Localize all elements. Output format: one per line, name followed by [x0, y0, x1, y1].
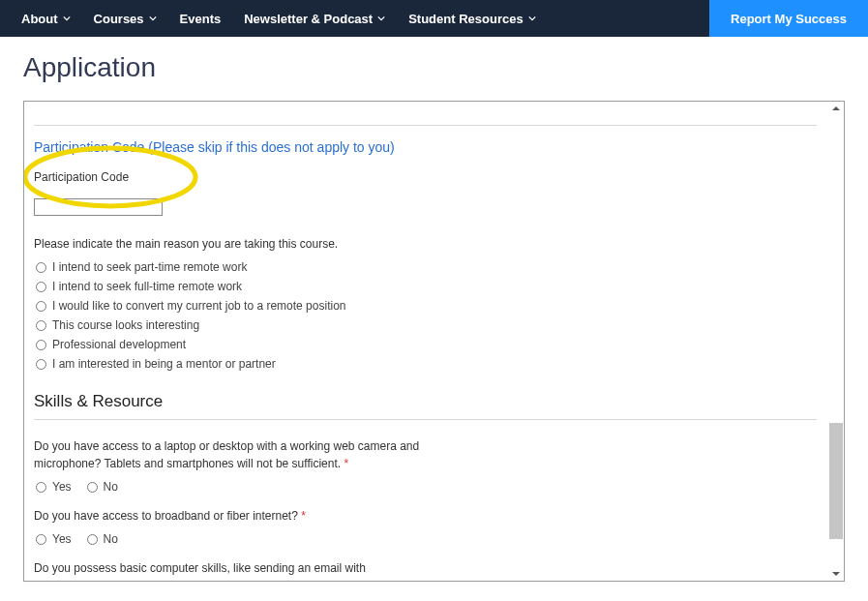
nav-label: Courses: [94, 12, 144, 26]
scroll-thumb[interactable]: [829, 423, 843, 539]
radio-input[interactable]: [36, 301, 46, 312]
radio-input[interactable]: [36, 534, 46, 545]
participation-code-input[interactable]: [34, 198, 163, 216]
internet-question: Do you have access to broadband or fiber…: [34, 507, 431, 525]
scroll-up-arrow-icon[interactable]: [829, 102, 843, 115]
divider: [34, 125, 817, 126]
chevron-down-icon: [149, 15, 157, 22]
radio-input[interactable]: [36, 320, 46, 331]
internet-answers: Yes No: [36, 532, 817, 546]
top-navbar: About Courses Events Newsletter & Podcas…: [0, 0, 868, 37]
radio-input[interactable]: [87, 482, 98, 493]
divider: [34, 419, 817, 420]
nav-about[interactable]: About: [21, 12, 71, 26]
nav-spacer: [536, 0, 709, 37]
no-option[interactable]: No: [87, 480, 118, 494]
nav-label: Events: [180, 12, 222, 26]
reason-option[interactable]: Professional development: [36, 338, 817, 351]
form-inner: Participation Code (Please skip if this …: [24, 102, 844, 582]
page-title: Application: [0, 37, 868, 101]
reason-option[interactable]: I would like to convert my current job t…: [36, 299, 817, 313]
option-label: This course looks interesting: [52, 318, 199, 332]
option-label: Yes: [52, 532, 72, 546]
chevron-down-icon: [63, 15, 71, 22]
reason-question: Please indicate the main reason you are …: [34, 237, 817, 251]
nav-courses[interactable]: Courses: [94, 12, 157, 26]
report-success-button[interactable]: Report My Success: [709, 0, 868, 37]
required-mark: *: [344, 457, 348, 470]
participation-code-label: Participation Code: [34, 170, 817, 184]
nav-left: About Courses Events Newsletter & Podcas…: [0, 0, 536, 37]
option-label: I am interested in being a mentor or par…: [52, 357, 276, 371]
laptop-question: Do you have access to a laptop or deskto…: [34, 437, 431, 472]
nav-newsletter[interactable]: Newsletter & Podcast: [244, 12, 385, 26]
question-text: Do you possess basic computer skills, li…: [34, 561, 366, 582]
radio-input[interactable]: [36, 262, 46, 273]
reason-option[interactable]: I am interested in being a mentor or par…: [36, 357, 817, 371]
scroll-down-arrow-icon[interactable]: [829, 567, 843, 581]
question-text: Do you have access to broadband or fiber…: [34, 509, 298, 523]
option-label: I intend to seek full-time remote work: [52, 280, 242, 293]
option-label: No: [104, 480, 118, 494]
option-label: I would like to convert my current job t…: [52, 299, 345, 313]
report-label: Report My Success: [731, 12, 847, 26]
form-frame-wrap: Participation Code (Please skip if this …: [23, 101, 845, 582]
nav-student-resources[interactable]: Student Resources: [408, 12, 535, 26]
radio-input[interactable]: [36, 340, 46, 350]
chevron-down-icon: [377, 15, 385, 22]
radio-input[interactable]: [36, 482, 46, 493]
nav-label: Newsletter & Podcast: [244, 12, 373, 26]
reason-option[interactable]: This course looks interesting: [36, 318, 817, 332]
reason-options: I intend to seek part-time remote work I…: [34, 260, 817, 371]
option-label: I intend to seek part-time remote work: [52, 260, 247, 274]
question-text: Do you have access to a laptop or deskto…: [34, 439, 419, 470]
participation-code-section-link[interactable]: Participation Code (Please skip if this …: [34, 139, 817, 155]
option-label: Professional development: [52, 338, 186, 351]
nav-label: Student Resources: [408, 12, 523, 26]
laptop-answers: Yes No: [36, 480, 817, 494]
form-frame: Participation Code (Please skip if this …: [23, 101, 845, 582]
nav-label: About: [21, 12, 58, 26]
reason-option[interactable]: I intend to seek part-time remote work: [36, 260, 817, 274]
required-mark: *: [301, 509, 306, 523]
radio-input[interactable]: [87, 534, 98, 545]
reason-option[interactable]: I intend to seek full-time remote work: [36, 280, 817, 293]
skills-heading: Skills & Resource: [34, 392, 817, 411]
yes-option[interactable]: Yes: [36, 532, 72, 546]
chevron-down-icon: [528, 15, 536, 22]
scrollbar[interactable]: [828, 102, 844, 581]
option-label: Yes: [52, 480, 72, 494]
radio-input[interactable]: [36, 359, 46, 370]
option-label: No: [104, 532, 118, 546]
radio-input[interactable]: [36, 282, 46, 292]
no-option[interactable]: No: [87, 532, 118, 546]
nav-events[interactable]: Events: [180, 12, 222, 26]
required-mark: *: [352, 579, 357, 582]
skills-question: Do you possess basic computer skills, li…: [34, 559, 431, 582]
yes-option[interactable]: Yes: [36, 480, 72, 494]
